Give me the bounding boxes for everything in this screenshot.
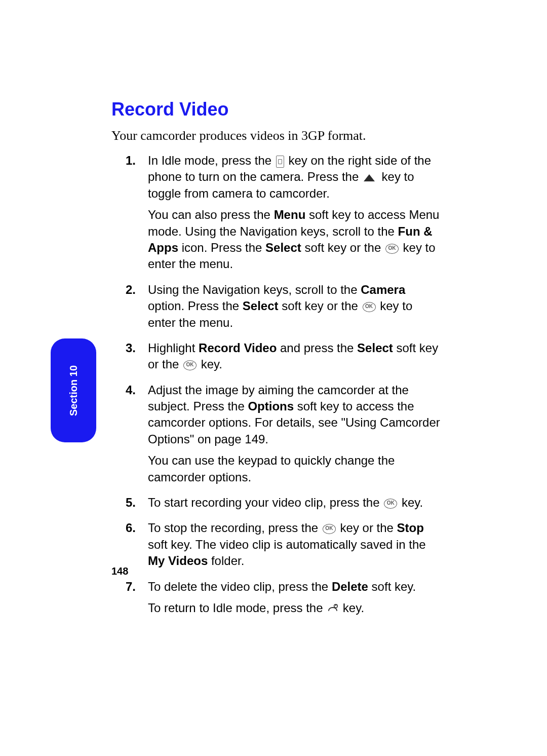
steps-list: In Idle mode, press the key on the right… xyxy=(111,153,441,616)
svg-marker-0 xyxy=(364,174,375,181)
text: icon. Press the xyxy=(182,241,265,254)
text: To stop the recording, press the xyxy=(148,521,322,535)
step-7: To delete the video clip, press the Dele… xyxy=(148,579,441,617)
ok-key-icon: OK xyxy=(183,360,197,370)
text: and press the xyxy=(280,341,357,355)
text: soft key. xyxy=(372,580,416,593)
section-tab: Section 10 xyxy=(51,338,96,442)
select-softkey-label: Select xyxy=(243,299,279,313)
page-title: Record Video xyxy=(111,99,441,120)
text: soft key. The video clip is automaticall… xyxy=(148,538,426,551)
text: Using the Navigation keys, scroll to the xyxy=(148,283,361,296)
text: key. xyxy=(343,601,364,615)
text: key. xyxy=(402,496,423,509)
page-content: Record Video Your camcorder produces vid… xyxy=(111,99,441,625)
manual-page: Section 10 Record Video Your camcorder p… xyxy=(0,0,547,756)
camera-option-label: Camera xyxy=(361,283,405,296)
text: You can use the keypad to quickly change… xyxy=(148,452,441,485)
step-1: In Idle mode, press the key on the right… xyxy=(148,153,441,273)
text: key. xyxy=(201,357,222,371)
ok-key-icon: OK xyxy=(385,244,399,254)
intro-text: Your camcorder produces videos in 3GP fo… xyxy=(111,128,441,143)
ok-key-icon: OK xyxy=(323,524,336,534)
step-3: Highlight Record Video and press the Sel… xyxy=(148,340,441,373)
section-tab-label: Section 10 xyxy=(68,365,80,415)
camera-key-icon xyxy=(276,156,284,168)
ok-key-icon: OK xyxy=(384,499,397,509)
my-videos-label: My Videos xyxy=(148,554,208,568)
text: option. Press the xyxy=(148,299,243,313)
text: In Idle mode, press the xyxy=(148,154,275,167)
text: To delete the video clip, press the xyxy=(148,580,332,593)
record-video-label: Record Video xyxy=(199,341,277,355)
text: soft key or the xyxy=(282,299,361,313)
step-6: To stop the recording, press the OK key … xyxy=(148,520,441,569)
page-number: 148 xyxy=(111,565,128,577)
text: To return to Idle mode, press the xyxy=(148,601,326,615)
step-2: Using the Navigation keys, scroll to the… xyxy=(148,282,441,331)
end-key-icon xyxy=(327,603,338,614)
step-5: To start recording your video clip, pres… xyxy=(148,495,441,511)
text: folder. xyxy=(211,554,244,568)
text: Highlight xyxy=(148,341,199,355)
text: You can also press the xyxy=(148,208,274,221)
text: To start recording your video clip, pres… xyxy=(148,496,383,509)
text: soft key or the xyxy=(304,241,384,254)
stop-softkey-label: Stop xyxy=(397,521,424,535)
delete-softkey-label: Delete xyxy=(332,580,368,593)
step-4: Adjust the image by aiming the camcorder… xyxy=(148,382,441,485)
ok-key-icon: OK xyxy=(363,302,376,312)
text: key or the xyxy=(340,521,397,535)
options-softkey-label: Options xyxy=(248,399,294,413)
up-key-icon xyxy=(363,174,375,182)
menu-softkey-label: Menu xyxy=(274,208,306,221)
select-softkey-label: Select xyxy=(357,341,393,355)
select-softkey-label: Select xyxy=(265,241,301,254)
